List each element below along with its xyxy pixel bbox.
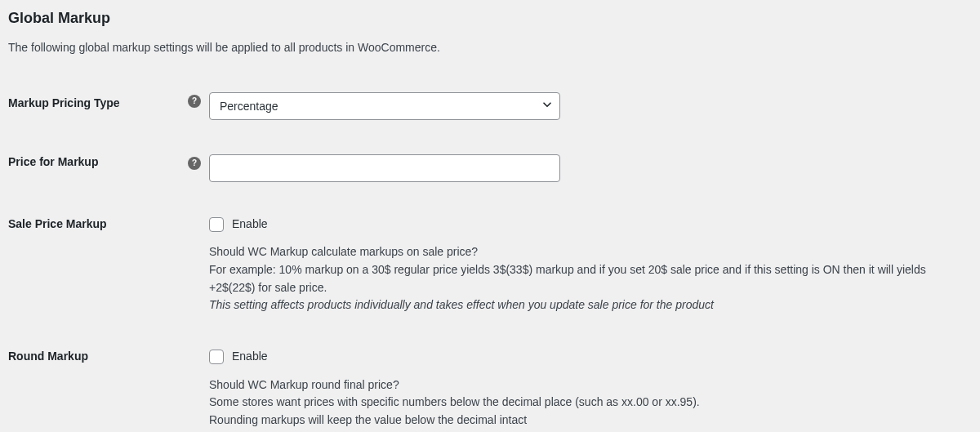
help-icon[interactable]: ?: [188, 157, 201, 170]
sale-price-markup-checkbox-label: Enable: [232, 216, 268, 233]
price-for-markup-input[interactable]: [209, 154, 560, 182]
field-row-pricing-type: Markup Pricing Type ? Percentage: [8, 81, 972, 131]
pricing-type-select[interactable]: Percentage: [209, 92, 560, 120]
section-description: The following global markup settings wil…: [8, 40, 972, 56]
field-row-round-markup: Round Markup Enable Should WC Markup rou…: [8, 326, 972, 432]
help-icon[interactable]: ?: [188, 95, 201, 108]
settings-form: Markup Pricing Type ? Percentage Price f…: [8, 81, 972, 432]
round-markup-checkbox[interactable]: [209, 350, 224, 364]
field-row-price-for-markup: Price for Markup ?: [8, 131, 972, 194]
section-title: Global Markup: [8, 8, 972, 29]
sale-price-markup-checkbox[interactable]: [209, 217, 224, 232]
label-sale-price-markup: Sale Price Markup: [8, 194, 188, 326]
sale-price-markup-description: Should WC Markup calculate markups on sa…: [209, 243, 960, 314]
label-pricing-type: Markup Pricing Type: [8, 81, 188, 131]
label-round-markup: Round Markup: [8, 326, 188, 432]
field-row-sale-price-markup: Sale Price Markup Enable Should WC Marku…: [8, 194, 972, 326]
round-markup-description: Should WC Markup round final price? Some…: [209, 376, 960, 432]
round-markup-checkbox-label: Enable: [232, 349, 268, 365]
label-price-for-markup: Price for Markup: [8, 131, 188, 194]
